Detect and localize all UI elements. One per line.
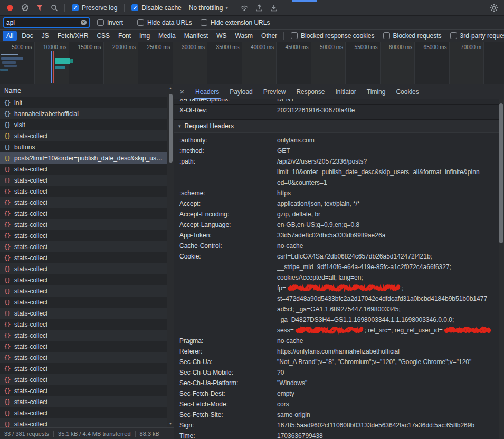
type-filter-ws[interactable]: WS [213,31,230,41]
overview-column [484,42,504,84]
blocked-response-cookies-checkbox[interactable]: Blocked response cookies [291,32,374,40]
request-name: stats-collect [14,177,47,184]
filter-input-field[interactable] [6,19,81,26]
header-name: Referer: [174,346,277,357]
scrollbar-thumb[interactable] [499,103,503,243]
disable-cache-checkbox[interactable]: ✓ Disable cache [131,4,181,12]
type-filter-font[interactable]: Font [115,31,135,41]
request-row[interactable]: {}stats-collect [0,197,167,208]
network-main-toolbar: ✓ Preserve log ✓ Disable cache No thrott… [0,0,504,16]
settings-button[interactable] [487,1,501,15]
request-row[interactable]: {}stats-collect [0,274,167,285]
request-row[interactable]: {}stats-collect [0,297,167,308]
request-row[interactable]: {}visit [0,119,167,130]
throttling-dropdown[interactable]: No throttling ▾ [189,4,228,12]
timeline-tick-label: 55000 ms [355,44,378,50]
json-request-icon: {} [4,321,11,327]
checkbox-box [450,32,457,39]
network-activity-bar [55,66,65,69]
invert-checkbox[interactable]: Invert [97,19,123,26]
request-row[interactable]: {}stats-collect [0,363,167,374]
type-filter-fetch-xhr[interactable]: Fetch/XHR [54,31,92,41]
tab-initiator[interactable]: Initiator [330,84,361,99]
request-row[interactable]: {}stats-collect [0,407,167,418]
hide-data-urls-checkbox[interactable]: Hide data URLs [137,19,192,26]
hide-extension-urls-checkbox[interactable]: Hide extension URLs [201,19,270,26]
json-request-icon: {} [4,332,11,338]
tab-timing[interactable]: Timing [362,84,391,99]
type-filter-img[interactable]: Img [136,31,154,41]
record-network-log-button[interactable] [3,1,17,15]
header-row: Accept:application/json, text/plain, */* [174,198,499,209]
request-name: stats-collect [14,354,47,361]
request-row[interactable]: {}stats-collect [0,175,167,186]
filter-toggle-button[interactable] [32,1,47,15]
request-row[interactable]: {}stats-collect [0,219,167,230]
request-row[interactable]: {}stats-collect [0,341,167,352]
export-har-button[interactable] [252,1,267,15]
request-name: visit [14,121,25,129]
type-filter-other[interactable]: Other [258,31,281,41]
type-filter-manifest[interactable]: Manifest [180,31,212,41]
request-row[interactable]: {}stats-collect [0,263,167,274]
timeline-overview[interactable]: 5000 ms10000 ms15000 ms20000 ms25000 ms3… [0,42,504,84]
request-row[interactable]: {}buttons [0,141,167,152]
search-button[interactable] [47,1,62,15]
request-row[interactable]: {}hannahelizabethofficial [0,108,167,119]
clear-filter-icon[interactable]: × [81,20,87,25]
checkbox-box [137,19,144,26]
type-filter-all[interactable]: All [3,31,17,41]
tab-response[interactable]: Response [291,84,330,99]
filter-input[interactable]: × [3,17,90,28]
third-party-requests-checkbox[interactable]: 3rd-party requests [450,32,504,40]
tab-headers[interactable]: Headers [190,84,224,99]
timeline-tick-label: 20000 ms [112,44,136,50]
type-filter-doc[interactable]: Doc [18,31,36,41]
type-filter-js[interactable]: JS [38,31,53,41]
request-row[interactable]: {}posts?limit=10&order=publish_date_desc… [0,152,167,164]
request-row[interactable]: {}stats-collect [0,241,167,252]
type-filter-wasm[interactable]: Wasm [232,31,257,41]
request-row[interactable]: {}stats-collect [0,308,167,319]
network-conditions-button[interactable] [237,1,252,15]
request-row[interactable]: {}stats-collect [0,208,167,219]
request-row[interactable]: {}stats-collect [0,230,167,241]
request-row[interactable]: {}stats-collect [0,330,167,341]
import-har-button[interactable] [267,1,281,15]
timeline-tick-label: 60000 ms [389,44,412,50]
overview-column: 65000 ms [415,42,450,84]
caret-down-icon: ▾ [225,5,228,11]
header-row: Sec-Ch-Ua:"Not_A Brand";v="8", "Chromium… [174,357,499,367]
tab-cookies[interactable]: Cookies [391,84,424,99]
request-row[interactable]: {}stats-collect [0,352,167,363]
request-row[interactable]: {}stats-collect [0,418,167,427]
preserve-log-checkbox[interactable]: ✓ Preserve log [72,4,117,12]
toolbar-separator [130,18,130,27]
request-row[interactable]: {}stats-collect [0,374,167,385]
request-row[interactable]: {}stats-collect [0,285,167,297]
type-filter-media[interactable]: Media [155,31,179,41]
type-filter-css[interactable]: CSS [93,31,113,41]
close-details-button[interactable]: × [174,84,190,99]
clear-network-log-button[interactable] [17,1,32,15]
request-row[interactable]: {}stats-collect [0,252,167,263]
request-row[interactable]: {}stats-collect [0,396,167,407]
tab-preview[interactable]: Preview [258,84,291,99]
header-value: application/json, text/plain, */* [277,198,499,209]
request-row[interactable]: {}stats-collect [0,164,167,175]
name-column-header[interactable]: Name [0,84,174,97]
header-row: Accept-Language:en-GB,en-US;q=0.9,en;q=0… [174,219,499,230]
scroll-down-icon[interactable]: ▼ [167,421,174,427]
tab-payload[interactable]: Payload [224,84,258,99]
request-headers-section-header[interactable]: ▾ Request Headers [174,119,499,133]
request-row[interactable]: {}init [0,97,167,108]
request-row[interactable]: {}stats-collect [0,319,167,330]
request-row[interactable]: {}stats-collect [0,130,167,141]
request-row[interactable]: {}stats-collect [0,385,167,396]
scrollbar-thumb[interactable] [169,94,173,163]
scroll-up-icon[interactable]: ▲ [167,85,174,91]
request-row[interactable]: {}stats-collect [0,186,167,197]
timeline-tick-label: 15000 ms [78,44,101,50]
request-name: stats-collect [14,188,47,195]
blocked-requests-checkbox[interactable]: Blocked requests [383,32,442,40]
